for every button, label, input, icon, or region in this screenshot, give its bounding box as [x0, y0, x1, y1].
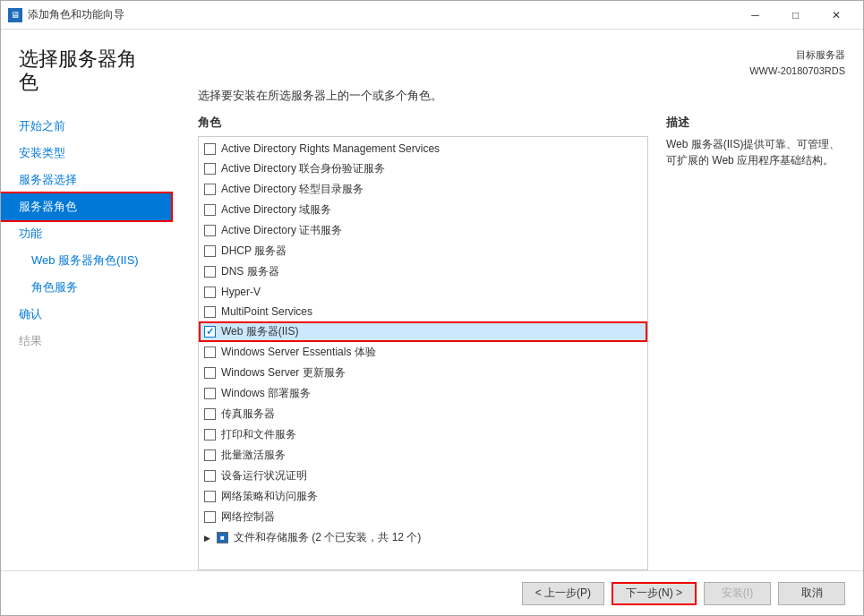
description-header: 描述: [666, 115, 845, 131]
checkbox-network-controller[interactable]: [204, 511, 216, 523]
checkbox-web-server-iis[interactable]: [204, 326, 216, 338]
role-label: DHCP 服务器: [221, 244, 287, 259]
list-item[interactable]: Windows Server 更新服务: [199, 363, 647, 383]
sidebar-item-features[interactable]: 功能: [1, 220, 171, 247]
roles-section: 角色 Active Directory Rights Management Se…: [198, 115, 648, 570]
list-item[interactable]: Windows 部署服务: [199, 383, 647, 404]
list-item[interactable]: DNS 服务器: [199, 261, 647, 282]
checkbox-win-update[interactable]: [204, 367, 216, 379]
list-item[interactable]: 批量激活服务: [199, 445, 647, 466]
cancel-button[interactable]: 取消: [778, 582, 845, 605]
sidebar-item-result: 结果: [1, 328, 171, 355]
sidebar-item-confirm[interactable]: 确认: [1, 301, 171, 328]
checkbox-network-policy[interactable]: [204, 491, 216, 502]
columns: 角色 Active Directory Rights Management Se…: [198, 115, 845, 570]
checkbox-multipoint[interactable]: [204, 306, 216, 318]
list-item[interactable]: Hyper-V: [199, 282, 647, 302]
list-item[interactable]: 网络策略和访问服务: [199, 486, 647, 507]
checkbox-file-storage[interactable]: [217, 532, 228, 543]
list-item[interactable]: Active Directory 联合身份验证服务: [199, 158, 647, 179]
role-label-web-server-iis: Web 服务器(IIS): [221, 324, 298, 339]
checkbox-device-health[interactable]: [204, 470, 216, 482]
role-label: Windows 部署服务: [221, 386, 311, 401]
role-label: Active Directory Rights Management Servi…: [221, 142, 440, 155]
content: 选择服务器角色 开始之前 安装类型 服务器选择 服务器角色 功能 Web 服务器…: [1, 30, 863, 570]
checkbox-fax[interactable]: [204, 408, 216, 420]
checkbox-ad-rights[interactable]: [204, 143, 216, 155]
checkbox-win-essentials[interactable]: [204, 346, 216, 358]
list-item-file-storage[interactable]: ▶ 文件和存储服务 (2 个已安装，共 12 个): [199, 527, 647, 548]
role-label: DNS 服务器: [221, 264, 279, 279]
role-label: Active Directory 联合身份验证服务: [221, 161, 385, 176]
role-label: MultiPoint Services: [221, 305, 312, 318]
list-item[interactable]: Active Directory 域服务: [199, 200, 647, 220]
sidebar: 选择服务器角色 开始之前 安装类型 服务器选择 服务器角色 功能 Web 服务器…: [1, 30, 171, 570]
checkbox-ad-federation[interactable]: [204, 163, 216, 175]
role-label: 传真服务器: [221, 406, 275, 422]
sidebar-item-install-type[interactable]: 安装类型: [1, 140, 171, 167]
footer: < 上一步(P) 下一步(N) > 安装(I) 取消: [1, 570, 863, 615]
list-item[interactable]: Active Directory 轻型目录服务: [199, 179, 647, 200]
role-label: 网络控制器: [221, 509, 275, 525]
page-title: 选择服务器角色: [1, 47, 171, 113]
list-item-web-server-iis[interactable]: Web 服务器(IIS): [199, 321, 647, 342]
window-title: 添加角色和功能向导: [28, 7, 124, 22]
role-label: 文件和存储服务 (2 个已安装，共 12 个): [234, 530, 421, 545]
titlebar-controls: ─ □ ✕: [735, 1, 856, 30]
main-content: 目标服务器 WWW-20180703RDS 选择要安装在所选服务器上的一个或多个…: [171, 30, 863, 570]
install-button[interactable]: 安装(I): [704, 582, 771, 605]
sidebar-item-web-server[interactable]: Web 服务器角色(IIS): [1, 247, 171, 274]
role-label: Windows Server Essentials 体验: [221, 345, 376, 360]
checkbox-print-file[interactable]: [204, 429, 216, 441]
sidebar-item-server-selection[interactable]: 服务器选择: [1, 167, 171, 193]
list-item[interactable]: Active Directory 证书服务: [199, 220, 647, 241]
role-label: 设备运行状况证明: [221, 468, 307, 483]
checkbox-bulk-activation[interactable]: [204, 449, 216, 461]
sidebar-item-before[interactable]: 开始之前: [1, 113, 171, 140]
sidebar-item-server-roles[interactable]: 服务器角色: [1, 193, 171, 220]
next-button[interactable]: 下一步(N) >: [612, 582, 697, 605]
role-label: Active Directory 证书服务: [221, 223, 342, 238]
roles-list: Active Directory Rights Management Servi…: [199, 137, 647, 550]
role-label: Active Directory 域服务: [221, 202, 331, 218]
list-item[interactable]: Windows Server Essentials 体验: [199, 342, 647, 363]
role-label: Windows Server 更新服务: [221, 365, 346, 381]
titlebar-left: 🖥 添加角色和功能向导: [8, 7, 124, 22]
list-item[interactable]: MultiPoint Services: [199, 302, 647, 321]
tree-expand-icon[interactable]: ▶: [204, 534, 217, 543]
role-label: 网络策略和访问服务: [221, 489, 318, 504]
nav-menu: 开始之前 安装类型 服务器选择 服务器角色 功能 Web 服务器角色(IIS) …: [1, 113, 171, 355]
role-label: Active Directory 轻型目录服务: [221, 182, 364, 197]
maximize-button[interactable]: □: [775, 1, 816, 30]
role-label: 打印和文件服务: [221, 427, 296, 442]
checkbox-hyperv[interactable]: [204, 287, 216, 298]
list-item[interactable]: Active Directory Rights Management Servi…: [199, 139, 647, 158]
list-item[interactable]: 网络控制器: [199, 507, 647, 527]
checkbox-win-deploy[interactable]: [204, 388, 216, 399]
app-icon: 🖥: [8, 8, 22, 22]
checkbox-ad-domain[interactable]: [204, 204, 216, 216]
checkbox-ad-cert[interactable]: [204, 225, 216, 236]
roles-column-header: 角色: [198, 115, 648, 131]
roles-list-container[interactable]: Active Directory Rights Management Servi…: [198, 136, 648, 570]
instruction-text: 选择要安装在所选服务器上的一个或多个角色。: [198, 88, 845, 104]
checkbox-dhcp[interactable]: [204, 245, 216, 257]
checkbox-dns[interactable]: [204, 266, 216, 278]
minimize-button[interactable]: ─: [735, 1, 775, 30]
description-section: 描述 Web 服务器(IIS)提供可靠、可管理、可扩展的 Web 应用程序基础结…: [666, 115, 845, 570]
checkbox-ad-lightweight[interactable]: [204, 184, 216, 195]
list-item[interactable]: 传真服务器: [199, 404, 647, 424]
list-item[interactable]: 打印和文件服务: [199, 424, 647, 445]
window: 🖥 添加角色和功能向导 ─ □ ✕ 选择服务器角色 开始之前 安装类型 服务器选…: [0, 0, 864, 616]
list-item[interactable]: DHCP 服务器: [199, 241, 647, 261]
titlebar: 🖥 添加角色和功能向导 ─ □ ✕: [1, 1, 863, 30]
prev-button[interactable]: < 上一步(P): [522, 582, 604, 605]
close-button[interactable]: ✕: [816, 1, 856, 30]
target-server-value: WWW-20180703RDS: [198, 64, 845, 80]
server-target: 目标服务器 WWW-20180703RDS: [198, 47, 845, 79]
list-item[interactable]: 设备运行状况证明: [199, 466, 647, 486]
role-label: Hyper-V: [221, 286, 261, 298]
description-text: Web 服务器(IIS)提供可靠、可管理、可扩展的 Web 应用程序基础结构。: [666, 136, 845, 168]
sidebar-item-role-services[interactable]: 角色服务: [1, 274, 171, 301]
role-label: 批量激活服务: [221, 448, 286, 463]
